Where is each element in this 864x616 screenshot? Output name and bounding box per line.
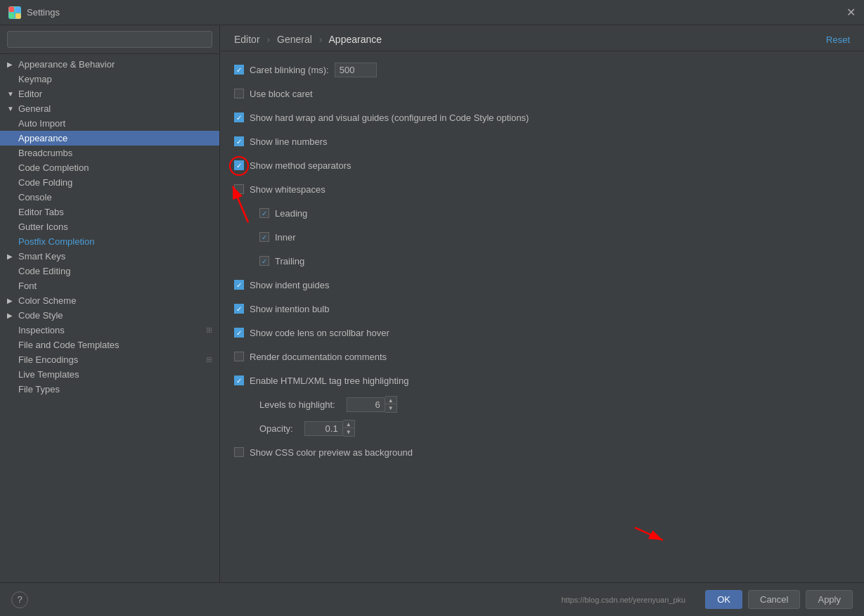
sidebar-item-label: Appearance & Behavior [18, 59, 212, 70]
checkbox-wrapper [234, 352, 250, 361]
sidebar-item-label: Console [18, 192, 212, 203]
breadcrumb-part2: General [277, 34, 312, 45]
enable-html-xml-label: Enable HTML/XML tag tree highlighting [250, 376, 408, 386]
ok-button[interactable]: OK [705, 590, 742, 609]
show-whitespaces-checkbox[interactable] [234, 184, 244, 194]
show-line-numbers-checkbox[interactable] [234, 136, 244, 146]
titlebar-left: Settings [8, 6, 60, 19]
setting-row-show-line-numbers: Show line numbers [234, 133, 850, 150]
sidebar-item-label: File Types [18, 384, 212, 394]
cancel-button[interactable]: Cancel [748, 590, 800, 609]
show-css-color-checkbox[interactable] [234, 447, 244, 457]
right-panel: Editor › General › Appearance Reset [220, 25, 864, 582]
sidebar-item-auto-import[interactable]: Auto Import [0, 116, 219, 131]
expand-arrow: ▶ [7, 297, 15, 304]
file-encodings-icon: ⊞ [206, 355, 212, 364]
panel-body: Caret blinking (ms): Use block caret [220, 51, 864, 582]
breadcrumb-sep2: › [319, 34, 323, 45]
spinner-up[interactable]: ▲ [385, 397, 396, 404]
sidebar-item-code-folding[interactable]: Code Folding [0, 175, 219, 190]
sidebar-item-label: Smart Keys [18, 251, 212, 262]
sidebar-item-file-encodings[interactable]: File Encodings ⊞ [0, 352, 219, 367]
sidebar-item-breadcrumbs[interactable]: Breadcrumbs [0, 146, 219, 160]
svg-rect-2 [9, 13, 14, 18]
breadcrumb-sep1: › [266, 34, 270, 45]
sidebar-item-console[interactable]: Console [0, 190, 219, 205]
sidebar-item-label: Code Folding [18, 177, 212, 188]
spinner-arrows: ▲ ▼ [343, 420, 355, 437]
spinner-down[interactable]: ▼ [343, 428, 354, 436]
close-button[interactable]: ✕ [846, 6, 856, 19]
search-input[interactable] [7, 31, 212, 48]
sidebar-item-smart-keys[interactable]: ▶ Smart Keys [0, 249, 219, 264]
window-title: Settings [27, 7, 60, 18]
sidebar-item-label: Code Editing [18, 266, 212, 276]
sidebar-item-editor[interactable]: ▼ Editor [0, 86, 219, 101]
sidebar-item-code-editing[interactable]: Code Editing [0, 264, 219, 278]
trailing-checkbox[interactable] [259, 256, 269, 266]
sidebar-item-label: Editor [18, 89, 212, 99]
opacity-label: Opacity: [259, 423, 293, 434]
caret-blinking-input[interactable] [335, 63, 377, 77]
sidebar-item-label: Breadcrumbs [18, 148, 212, 158]
svg-rect-0 [9, 7, 14, 12]
inspections-icon: ⊞ [206, 326, 212, 335]
sidebar-item-code-style[interactable]: ▶ Code Style [0, 308, 219, 323]
sidebar-item-gutter-icons[interactable]: Gutter Icons [0, 219, 219, 234]
checkbox-wrapper [234, 65, 250, 75]
spinner-arrows: ▲ ▼ [385, 396, 397, 413]
breadcrumb-part3: Appearance [329, 34, 382, 45]
spinner-up[interactable]: ▲ [343, 421, 354, 428]
checkbox-wrapper [259, 232, 275, 242]
show-hard-wrap-label: Show hard wrap and visual guides (config… [250, 113, 529, 123]
expand-arrow: ▶ [7, 60, 15, 68]
caret-blinking-label: Caret blinking (ms): [250, 65, 329, 75]
sidebar-tree: ▶ Appearance & Behavior Keymap ▼ Editor … [0, 54, 219, 582]
show-intention-bulb-checkbox[interactable] [234, 304, 244, 314]
setting-row-show-whitespaces: Show whitespaces [234, 181, 850, 198]
setting-row-opacity: Opacity: ▲ ▼ [234, 420, 850, 437]
leading-checkbox[interactable] [259, 208, 269, 218]
use-block-caret-checkbox[interactable] [234, 89, 244, 98]
setting-row-show-indent-guides: Show indent guides [234, 276, 850, 293]
sidebar-item-postfix-completion[interactable]: Postfix Completion [0, 234, 219, 249]
render-docs-checkbox[interactable] [234, 352, 244, 361]
levels-highlight-input[interactable] [347, 397, 385, 412]
checkbox-wrapper [234, 89, 250, 98]
sidebar-item-label: Keymap [18, 74, 212, 84]
setting-row-caret-blinking: Caret blinking (ms): [234, 61, 850, 78]
inner-checkbox[interactable] [259, 232, 269, 242]
sidebar-item-code-completion[interactable]: Code Completion [0, 160, 219, 175]
apply-button[interactable]: Apply [806, 590, 853, 609]
show-indent-guides-checkbox[interactable] [234, 280, 244, 290]
opacity-input[interactable] [304, 421, 343, 436]
sidebar-item-inspections[interactable]: Inspections ⊞ [0, 323, 219, 338]
sidebar-item-appearance-behavior[interactable]: ▶ Appearance & Behavior [0, 57, 219, 72]
sidebar-item-color-scheme[interactable]: ▶ Color Scheme [0, 293, 219, 308]
enable-html-xml-checkbox[interactable] [234, 376, 244, 385]
sidebar-item-live-templates[interactable]: Live Templates [0, 367, 219, 382]
show-hard-wrap-checkbox[interactable] [234, 113, 244, 122]
show-method-separators-checkbox[interactable] [234, 160, 244, 170]
show-code-lens-label: Show code lens on scrollbar hover [250, 328, 389, 338]
sidebar-item-file-code-templates[interactable]: File and Code Templates [0, 338, 219, 352]
sidebar-item-general[interactable]: ▼ General [0, 101, 219, 116]
sidebar-item-editor-tabs[interactable]: Editor Tabs [0, 205, 219, 219]
spinner-down[interactable]: ▼ [385, 404, 396, 412]
breadcrumb-part1: Editor [234, 34, 260, 45]
use-block-caret-label: Use block caret [250, 89, 313, 99]
setting-row-inner: Inner [234, 229, 850, 245]
sidebar-item-label: General [18, 103, 212, 114]
help-button[interactable]: ? [11, 591, 28, 608]
setting-row-show-code-lens: Show code lens on scrollbar hover [234, 324, 850, 341]
caret-blinking-checkbox[interactable] [234, 65, 244, 75]
sidebar-item-keymap[interactable]: Keymap [0, 72, 219, 86]
levels-highlight-spinner: ▲ ▼ [347, 396, 397, 413]
checkbox-wrapper [234, 136, 250, 146]
show-code-lens-checkbox[interactable] [234, 328, 244, 338]
sidebar-item-font[interactable]: Font [0, 278, 219, 293]
sidebar-item-appearance[interactable]: Appearance [0, 131, 219, 146]
reset-button[interactable]: Reset [826, 34, 850, 45]
sidebar-item-file-types[interactable]: File Types [0, 382, 219, 397]
show-method-separators-label: Show method separators [250, 160, 352, 171]
